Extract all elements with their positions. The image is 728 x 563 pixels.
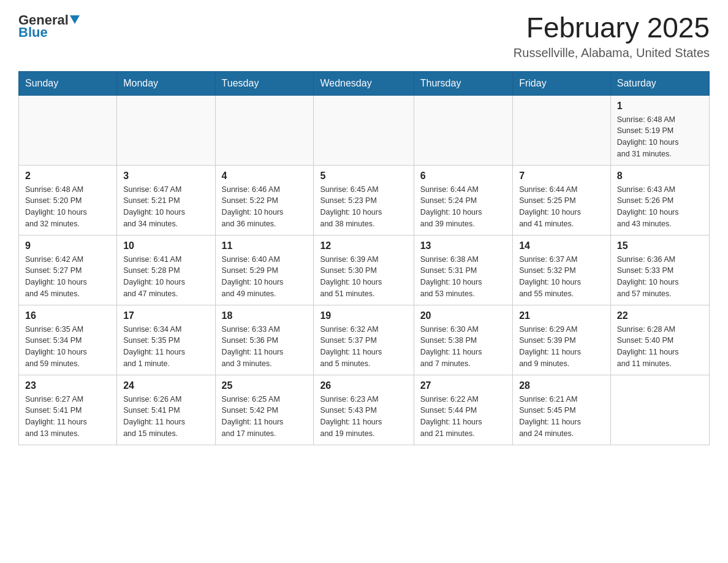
- day-info: Sunrise: 6:44 AMSunset: 5:25 PMDaylight:…: [519, 184, 604, 230]
- calendar-day-cell: 20Sunrise: 6:30 AMSunset: 5:38 PMDayligh…: [414, 305, 512, 375]
- calendar-table: SundayMondayTuesdayWednesdayThursdayFrid…: [18, 71, 710, 445]
- day-info: Sunrise: 6:32 AMSunset: 5:37 PMDaylight:…: [320, 324, 407, 370]
- calendar-day-cell: 24Sunrise: 6:26 AMSunset: 5:41 PMDayligh…: [117, 375, 215, 445]
- day-number: 6: [420, 170, 506, 182]
- calendar-weekday-header: Tuesday: [215, 71, 314, 95]
- day-info: Sunrise: 6:38 AMSunset: 5:31 PMDaylight:…: [420, 254, 506, 300]
- day-info: Sunrise: 6:26 AMSunset: 5:41 PMDaylight:…: [123, 394, 208, 440]
- day-number: 19: [320, 310, 407, 321]
- day-number: 15: [617, 240, 703, 251]
- month-title: February 2025: [514, 12, 710, 44]
- day-info: Sunrise: 6:21 AMSunset: 5:45 PMDaylight:…: [519, 394, 604, 440]
- calendar-day-cell: 2Sunrise: 6:48 AMSunset: 5:20 PMDaylight…: [19, 165, 117, 235]
- day-info: Sunrise: 6:33 AMSunset: 5:36 PMDaylight:…: [222, 324, 308, 370]
- calendar-day-cell: [414, 95, 512, 165]
- day-number: 20: [420, 310, 506, 321]
- calendar-weekday-header: Monday: [117, 71, 215, 95]
- day-number: 27: [420, 380, 506, 391]
- svg-marker-0: [70, 15, 80, 24]
- calendar-day-cell: 10Sunrise: 6:41 AMSunset: 5:28 PMDayligh…: [117, 235, 215, 305]
- day-info: Sunrise: 6:47 AMSunset: 5:21 PMDaylight:…: [123, 184, 208, 230]
- day-info: Sunrise: 6:22 AMSunset: 5:44 PMDaylight:…: [420, 394, 506, 440]
- calendar-day-cell: 6Sunrise: 6:44 AMSunset: 5:24 PMDaylight…: [414, 165, 512, 235]
- day-info: Sunrise: 6:42 AMSunset: 5:27 PMDaylight:…: [25, 254, 110, 300]
- calendar-header-row: SundayMondayTuesdayWednesdayThursdayFrid…: [19, 71, 710, 95]
- calendar-day-cell: 15Sunrise: 6:36 AMSunset: 5:33 PMDayligh…: [610, 235, 709, 305]
- day-info: Sunrise: 6:44 AMSunset: 5:24 PMDaylight:…: [420, 184, 506, 230]
- calendar-day-cell: 3Sunrise: 6:47 AMSunset: 5:21 PMDaylight…: [117, 165, 215, 235]
- day-number: 16: [25, 310, 110, 321]
- day-info: Sunrise: 6:37 AMSunset: 5:32 PMDaylight:…: [519, 254, 604, 300]
- logo-blue-text: Blue: [18, 25, 48, 40]
- day-info: Sunrise: 6:48 AMSunset: 5:20 PMDaylight:…: [25, 184, 110, 230]
- calendar-day-cell: [19, 95, 117, 165]
- day-info: Sunrise: 6:25 AMSunset: 5:42 PMDaylight:…: [222, 394, 308, 440]
- day-number: 23: [25, 380, 110, 391]
- calendar-day-cell: 22Sunrise: 6:28 AMSunset: 5:40 PMDayligh…: [610, 305, 709, 375]
- day-info: Sunrise: 6:48 AMSunset: 5:19 PMDaylight:…: [617, 114, 703, 160]
- calendar-day-cell: 28Sunrise: 6:21 AMSunset: 5:45 PMDayligh…: [513, 375, 611, 445]
- calendar-week-row: 9Sunrise: 6:42 AMSunset: 5:27 PMDaylight…: [19, 235, 710, 305]
- logo: General Blue: [18, 12, 83, 40]
- calendar-day-cell: 26Sunrise: 6:23 AMSunset: 5:43 PMDayligh…: [314, 375, 414, 445]
- day-info: Sunrise: 6:46 AMSunset: 5:22 PMDaylight:…: [222, 184, 308, 230]
- calendar-day-cell: 5Sunrise: 6:45 AMSunset: 5:23 PMDaylight…: [314, 165, 414, 235]
- day-number: 17: [123, 310, 208, 321]
- day-number: 14: [519, 240, 604, 251]
- day-number: 21: [519, 310, 604, 321]
- day-number: 24: [123, 380, 208, 391]
- calendar-day-cell: [117, 95, 215, 165]
- day-number: 13: [420, 240, 506, 251]
- day-info: Sunrise: 6:34 AMSunset: 5:35 PMDaylight:…: [123, 324, 208, 370]
- day-info: Sunrise: 6:41 AMSunset: 5:28 PMDaylight:…: [123, 254, 208, 300]
- day-number: 8: [617, 170, 703, 182]
- day-number: 11: [222, 240, 308, 251]
- day-info: Sunrise: 6:43 AMSunset: 5:26 PMDaylight:…: [617, 184, 703, 230]
- calendar-day-cell: 23Sunrise: 6:27 AMSunset: 5:41 PMDayligh…: [19, 375, 117, 445]
- day-number: 12: [320, 240, 407, 251]
- day-number: 3: [123, 170, 208, 182]
- calendar-day-cell: 27Sunrise: 6:22 AMSunset: 5:44 PMDayligh…: [414, 375, 512, 445]
- calendar-day-cell: 4Sunrise: 6:46 AMSunset: 5:22 PMDaylight…: [215, 165, 314, 235]
- day-number: 26: [320, 380, 407, 391]
- day-number: 1: [617, 101, 703, 112]
- day-number: 9: [25, 240, 110, 251]
- calendar-day-cell: 16Sunrise: 6:35 AMSunset: 5:34 PMDayligh…: [19, 305, 117, 375]
- calendar-day-cell: 21Sunrise: 6:29 AMSunset: 5:39 PMDayligh…: [513, 305, 611, 375]
- day-number: 22: [617, 310, 703, 321]
- calendar-day-cell: 14Sunrise: 6:37 AMSunset: 5:32 PMDayligh…: [513, 235, 611, 305]
- day-number: 2: [25, 170, 110, 182]
- title-block: February 2025 Russellville, Alabama, Uni…: [514, 12, 710, 60]
- calendar-day-cell: 1Sunrise: 6:48 AMSunset: 5:19 PMDaylight…: [610, 95, 709, 165]
- day-number: 4: [222, 170, 308, 182]
- calendar-week-row: 16Sunrise: 6:35 AMSunset: 5:34 PMDayligh…: [19, 305, 710, 375]
- calendar-day-cell: [215, 95, 314, 165]
- day-info: Sunrise: 6:45 AMSunset: 5:23 PMDaylight:…: [320, 184, 407, 230]
- calendar-day-cell: [513, 95, 611, 165]
- day-number: 28: [519, 380, 604, 391]
- calendar-day-cell: 8Sunrise: 6:43 AMSunset: 5:26 PMDaylight…: [610, 165, 709, 235]
- day-info: Sunrise: 6:27 AMSunset: 5:41 PMDaylight:…: [25, 394, 110, 440]
- calendar-week-row: 1Sunrise: 6:48 AMSunset: 5:19 PMDaylight…: [19, 95, 710, 165]
- calendar-weekday-header: Thursday: [414, 71, 512, 95]
- day-number: 25: [222, 380, 308, 391]
- calendar-weekday-header: Friday: [513, 71, 611, 95]
- calendar-weekday-header: Saturday: [610, 71, 709, 95]
- calendar-day-cell: 11Sunrise: 6:40 AMSunset: 5:29 PMDayligh…: [215, 235, 314, 305]
- calendar-day-cell: 9Sunrise: 6:42 AMSunset: 5:27 PMDaylight…: [19, 235, 117, 305]
- calendar-day-cell: 13Sunrise: 6:38 AMSunset: 5:31 PMDayligh…: [414, 235, 512, 305]
- calendar-day-cell: 7Sunrise: 6:44 AMSunset: 5:25 PMDaylight…: [513, 165, 611, 235]
- calendar-day-cell: 17Sunrise: 6:34 AMSunset: 5:35 PMDayligh…: [117, 305, 215, 375]
- calendar-day-cell: 25Sunrise: 6:25 AMSunset: 5:42 PMDayligh…: [215, 375, 314, 445]
- day-info: Sunrise: 6:36 AMSunset: 5:33 PMDaylight:…: [617, 254, 703, 300]
- day-info: Sunrise: 6:23 AMSunset: 5:43 PMDaylight:…: [320, 394, 407, 440]
- day-info: Sunrise: 6:39 AMSunset: 5:30 PMDaylight:…: [320, 254, 407, 300]
- calendar-day-cell: [610, 375, 709, 445]
- calendar-week-row: 23Sunrise: 6:27 AMSunset: 5:41 PMDayligh…: [19, 375, 710, 445]
- calendar-day-cell: [314, 95, 414, 165]
- location-title: Russellville, Alabama, United States: [514, 46, 710, 60]
- calendar-day-cell: 19Sunrise: 6:32 AMSunset: 5:37 PMDayligh…: [314, 305, 414, 375]
- day-info: Sunrise: 6:29 AMSunset: 5:39 PMDaylight:…: [519, 324, 604, 370]
- calendar-day-cell: 12Sunrise: 6:39 AMSunset: 5:30 PMDayligh…: [314, 235, 414, 305]
- day-info: Sunrise: 6:30 AMSunset: 5:38 PMDaylight:…: [420, 324, 506, 370]
